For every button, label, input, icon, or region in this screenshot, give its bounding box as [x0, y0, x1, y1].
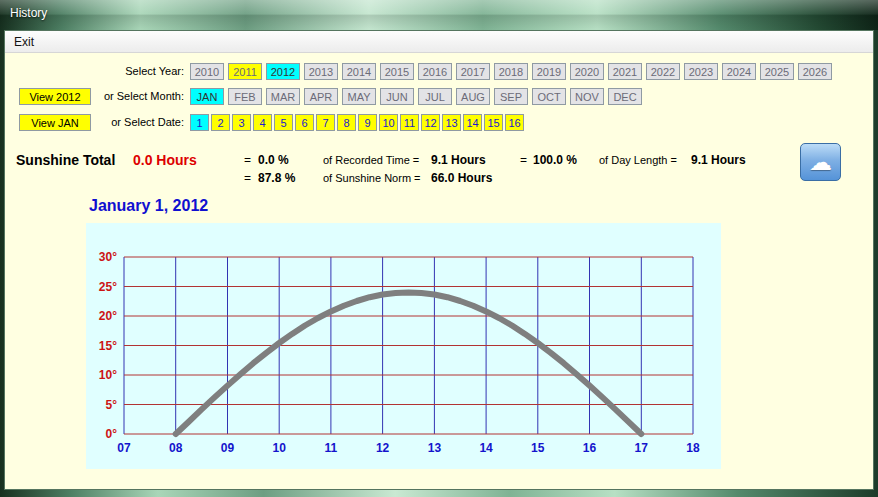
sun-elevation-chart: 0°5°10°15°20°25°30°070809101112131415161…: [86, 223, 721, 469]
year-button-2023[interactable]: 2023: [684, 63, 718, 80]
menu-exit[interactable]: Exit: [5, 33, 43, 51]
svg-text:11: 11: [325, 441, 338, 455]
equals-sign: =: [244, 153, 251, 167]
svg-text:30°: 30°: [99, 250, 117, 264]
content-area: Select Year: 201020112012201320142015201…: [5, 53, 873, 489]
date-button-14[interactable]: 14: [463, 114, 482, 131]
svg-text:07: 07: [117, 441, 131, 455]
year-button-2026[interactable]: 2026: [798, 63, 832, 80]
year-button-2012[interactable]: 2012: [266, 63, 300, 80]
date-button-16[interactable]: 16: [505, 114, 524, 131]
date-button-1[interactable]: 1: [190, 114, 209, 131]
year-button-2016[interactable]: 2016: [418, 63, 452, 80]
month-button-jun[interactable]: JUN: [380, 88, 414, 105]
weather-icon-button[interactable]: ☁: [800, 143, 841, 181]
month-button-may[interactable]: MAY: [342, 88, 376, 105]
history-window: History Exit Select Year: 20102011201220…: [0, 0, 878, 497]
cloud-icon: ☁: [809, 151, 832, 174]
svg-text:15: 15: [531, 441, 545, 455]
date-button-7[interactable]: 7: [316, 114, 335, 131]
sunshine-total-label: Sunshine Total: [16, 152, 115, 168]
select-year-label: Select Year:: [5, 65, 184, 77]
recorded-time-percent: 0.0 %: [258, 153, 289, 167]
month-button-aug[interactable]: AUG: [456, 88, 490, 105]
select-date-label: or Select Date:: [5, 116, 184, 128]
svg-text:16: 16: [583, 441, 597, 455]
svg-text:0°: 0°: [106, 427, 118, 441]
date-buttons: 12345678910111213141516: [190, 114, 524, 131]
day-length-value: 9.1 Hours: [691, 153, 746, 167]
month-button-apr[interactable]: APR: [304, 88, 338, 105]
svg-text:17: 17: [635, 441, 649, 455]
date-button-13[interactable]: 13: [442, 114, 461, 131]
svg-text:25°: 25°: [99, 280, 117, 294]
sunshine-norm-value: 66.0 Hours: [431, 171, 492, 185]
date-button-15[interactable]: 15: [484, 114, 503, 131]
svg-text:10°: 10°: [99, 368, 117, 382]
month-button-oct[interactable]: OCT: [532, 88, 566, 105]
svg-text:5°: 5°: [106, 398, 118, 412]
month-buttons: JANFEBMARAPRMAYJUNJULAUGSEPOCTNOVDEC: [190, 88, 642, 105]
recorded-time-label: of Recorded Time =: [323, 154, 419, 166]
chart-date-title: January 1, 2012: [89, 197, 208, 215]
svg-text:20°: 20°: [99, 309, 117, 323]
month-button-feb[interactable]: FEB: [228, 88, 262, 105]
year-button-2021[interactable]: 2021: [608, 63, 642, 80]
svg-text:14: 14: [479, 441, 493, 455]
day-length-label: of Day Length =: [599, 154, 677, 166]
date-button-6[interactable]: 6: [295, 114, 314, 131]
year-button-2024[interactable]: 2024: [722, 63, 756, 80]
sunshine-total-value: 0.0 Hours: [133, 152, 197, 168]
year-button-2017[interactable]: 2017: [456, 63, 490, 80]
sunshine-norm-label: of Sunshine Norm =: [323, 172, 421, 184]
date-button-11[interactable]: 11: [400, 114, 419, 131]
date-button-9[interactable]: 9: [358, 114, 377, 131]
menubar: Exit: [5, 31, 873, 53]
date-button-10[interactable]: 10: [379, 114, 398, 131]
day-length-percent: 100.0 %: [533, 153, 577, 167]
svg-text:08: 08: [169, 441, 183, 455]
month-button-dec[interactable]: DEC: [608, 88, 642, 105]
svg-text:18: 18: [686, 441, 700, 455]
month-button-sep[interactable]: SEP: [494, 88, 528, 105]
svg-text:13: 13: [428, 441, 442, 455]
month-button-jul[interactable]: JUL: [418, 88, 452, 105]
svg-text:09: 09: [221, 441, 235, 455]
year-button-2018[interactable]: 2018: [494, 63, 528, 80]
year-button-2022[interactable]: 2022: [646, 63, 680, 80]
client-area: Exit Select Year: 2010201120122013201420…: [4, 30, 874, 490]
svg-text:12: 12: [376, 441, 390, 455]
date-button-8[interactable]: 8: [337, 114, 356, 131]
month-button-mar[interactable]: MAR: [266, 88, 300, 105]
month-row: View 2012 or Select Month: JANFEBMARAPRM…: [5, 88, 873, 106]
year-button-2025[interactable]: 2025: [760, 63, 794, 80]
equals-sign: =: [244, 171, 251, 185]
date-button-4[interactable]: 4: [253, 114, 272, 131]
date-button-2[interactable]: 2: [211, 114, 230, 131]
year-buttons: 2010201120122013201420152016201720182019…: [190, 63, 832, 80]
equals-sign: =: [520, 153, 527, 167]
year-button-2014[interactable]: 2014: [342, 63, 376, 80]
window-title: History: [10, 6, 47, 20]
svg-text:10: 10: [273, 441, 287, 455]
date-row: View JAN or Select Date: 123456789101112…: [5, 114, 873, 132]
date-button-5[interactable]: 5: [274, 114, 293, 131]
year-button-2019[interactable]: 2019: [532, 63, 566, 80]
year-row: Select Year: 201020112012201320142015201…: [5, 63, 873, 81]
year-button-2010[interactable]: 2010: [190, 63, 224, 80]
year-button-2020[interactable]: 2020: [570, 63, 604, 80]
date-button-3[interactable]: 3: [232, 114, 251, 131]
year-button-2015[interactable]: 2015: [380, 63, 414, 80]
sun-elevation-curve: 0°5°10°15°20°25°30°070809101112131415161…: [86, 223, 721, 469]
sunshine-norm-percent: 87.8 %: [258, 171, 295, 185]
svg-text:15°: 15°: [99, 339, 117, 353]
year-button-2013[interactable]: 2013: [304, 63, 338, 80]
select-month-label: or Select Month:: [5, 90, 184, 102]
recorded-time-value: 9.1 Hours: [431, 153, 486, 167]
month-button-jan[interactable]: JAN: [190, 88, 224, 105]
titlebar[interactable]: History: [0, 0, 878, 30]
month-button-nov[interactable]: NOV: [570, 88, 604, 105]
year-button-2011[interactable]: 2011: [228, 63, 262, 80]
date-button-12[interactable]: 12: [421, 114, 440, 131]
